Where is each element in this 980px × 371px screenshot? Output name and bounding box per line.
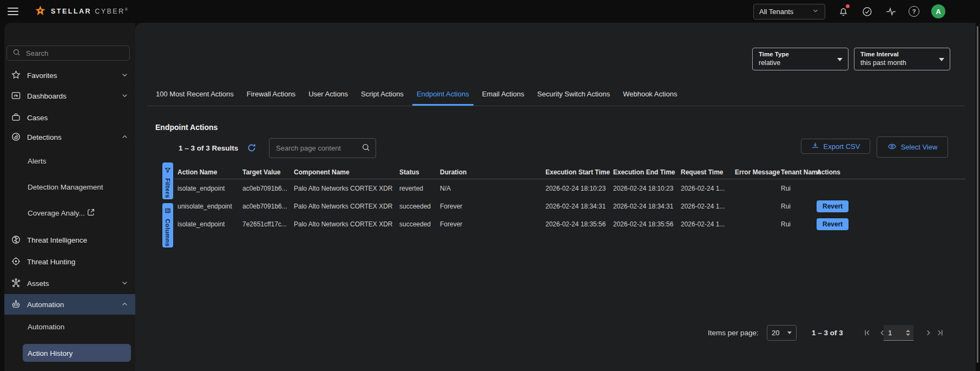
- robot-icon: [11, 299, 22, 310]
- funnel-icon: [165, 166, 171, 175]
- hamburger-menu-icon[interactable]: [8, 8, 18, 15]
- tab-security-switch-actions[interactable]: Security Switch Actions: [533, 84, 614, 106]
- star-icon: [11, 70, 22, 81]
- topbar: STELLAR CYBER® All Tenants ? A: [0, 0, 980, 23]
- page-number-field[interactable]: [884, 328, 902, 337]
- brand-name: STELLAR CYBER®: [51, 8, 129, 15]
- notifications-bell-icon[interactable]: [837, 5, 849, 17]
- tab-user-actions[interactable]: User Actions: [304, 84, 352, 106]
- export-csv-button[interactable]: Export CSV: [801, 139, 870, 154]
- table-row[interactable]: isolate_endpoint 7e2651cff17c... Palo Al…: [174, 215, 965, 233]
- revert-button[interactable]: Revert: [817, 200, 849, 212]
- col-component-name[interactable]: Component Name: [291, 168, 396, 176]
- page-spinner-icon[interactable]: [906, 330, 910, 336]
- col-actions[interactable]: Actions: [813, 168, 965, 176]
- col-request-time[interactable]: Request Time: [678, 168, 732, 176]
- sidebar: Favorites Dashboards Cases Detections Al…: [4, 23, 135, 371]
- sidebar-item-threat-intelligence[interactable]: Threat Intelligence: [4, 230, 135, 250]
- columns-icon: [165, 206, 171, 216]
- items-per-page-label: Items per page:: [708, 325, 759, 341]
- pagination-range: 1 – 3 of 3: [812, 325, 843, 341]
- action-history-page: STELLAR CYBER® All Tenants ? A: [0, 0, 980, 371]
- first-page-icon[interactable]: [863, 328, 872, 337]
- page-number-input[interactable]: [884, 325, 913, 341]
- time-type-select[interactable]: Time Type relative: [752, 48, 849, 70]
- sidebar-item-favorites[interactable]: Favorites: [4, 65, 135, 86]
- tasks-check-icon[interactable]: [861, 5, 873, 17]
- last-page-icon[interactable]: [935, 328, 944, 337]
- vertical-scrollbar[interactable]: [977, 26, 978, 363]
- sidebar-item-detection-management[interactable]: Detection Management: [4, 177, 135, 197]
- tenant-selector[interactable]: All Tenants: [753, 4, 825, 19]
- sidebar-item-dashboards[interactable]: Dashboards: [4, 86, 135, 106]
- sidebar-item-automation-sub[interactable]: Automation: [4, 316, 135, 337]
- radar-icon: [11, 132, 22, 142]
- notification-dot: [846, 4, 850, 8]
- tab-100-most-recent-actions[interactable]: 100 Most Recent Actions: [152, 84, 238, 106]
- caret-down-icon: [939, 58, 944, 61]
- col-status[interactable]: Status: [396, 168, 437, 176]
- sidebar-item-action-history[interactable]: Action History: [23, 344, 131, 362]
- actions-tab-bar: 100 Most Recent Actions Firewall Actions…: [147, 84, 965, 106]
- sidebar-search-input[interactable]: [25, 49, 124, 58]
- sidebar-item-cases[interactable]: Cases: [4, 107, 135, 128]
- select-view-button[interactable]: Select View: [877, 136, 948, 158]
- sidebar-item-assets[interactable]: Assets: [4, 273, 135, 294]
- page-content-search[interactable]: [269, 138, 376, 158]
- chevron-down-icon: [121, 71, 129, 81]
- time-interval-select[interactable]: Time Interval this past month: [854, 48, 950, 70]
- col-tenant-name[interactable]: Tenant Name: [778, 168, 813, 176]
- chevron-up-icon: [121, 133, 129, 143]
- chevron-up-icon: [121, 300, 129, 310]
- tab-email-actions[interactable]: Email Actions: [478, 84, 529, 106]
- main-panel: Time Type relative Time Interval this pa…: [135, 23, 976, 371]
- items-per-page-select[interactable]: 20: [767, 325, 797, 341]
- brain-icon: [11, 235, 22, 245]
- sidebar-item-alerts[interactable]: Alerts: [4, 151, 135, 171]
- search-icon[interactable]: [361, 143, 370, 154]
- crosshair-icon: [11, 256, 22, 267]
- topbar-actions: All Tenants ? A: [753, 4, 945, 19]
- col-duration[interactable]: Duration: [437, 168, 542, 176]
- system-activity-icon[interactable]: [885, 5, 897, 17]
- tenant-selector-value: All Tenants: [759, 8, 793, 16]
- actions-cell: Revert: [813, 200, 965, 212]
- refresh-icon[interactable]: [247, 143, 256, 153]
- chevron-down-icon: [121, 279, 129, 289]
- columns-panel-button[interactable]: Columns: [162, 203, 173, 248]
- sidebar-item-coverage-analysis[interactable]: Coverage Analy...: [4, 203, 135, 223]
- tab-firewall-actions[interactable]: Firewall Actions: [242, 84, 300, 106]
- sidebar-item-threat-hunting[interactable]: Threat Hunting: [4, 251, 135, 272]
- user-avatar[interactable]: A: [931, 4, 945, 18]
- col-error-message[interactable]: Error Message: [732, 168, 778, 176]
- page-title: Endpoint Actions: [155, 123, 218, 132]
- chevron-down-icon: [121, 92, 129, 102]
- caret-down-icon: [837, 58, 843, 61]
- sidebar-search[interactable]: [6, 45, 130, 61]
- tab-script-actions[interactable]: Script Actions: [357, 84, 408, 106]
- help-icon[interactable]: ?: [909, 6, 919, 17]
- tab-endpoint-actions[interactable]: Endpoint Actions: [412, 84, 473, 106]
- stellar-star-icon: [35, 5, 46, 18]
- network-icon: [11, 278, 22, 289]
- endpoint-actions-table: Action Name Target Value Component Name …: [174, 165, 965, 233]
- results-summary: 1 – 3 of 3 Results: [179, 138, 238, 158]
- tab-webhook-actions[interactable]: Webhook Actions: [619, 84, 681, 106]
- filters-panel-button[interactable]: Filters: [162, 162, 173, 199]
- next-page-icon[interactable]: [924, 328, 933, 337]
- caret-down-icon: [787, 331, 792, 334]
- col-execution-start-time[interactable]: Execution Start Time: [542, 168, 610, 176]
- external-link-icon: [87, 208, 95, 219]
- dashboard-icon: [11, 90, 22, 101]
- sidebar-item-automation[interactable]: Automation: [4, 294, 135, 315]
- revert-button[interactable]: Revert: [817, 218, 849, 230]
- col-execution-end-time[interactable]: Execution End Time: [610, 168, 678, 176]
- table-header-row: Action Name Target Value Component Name …: [174, 165, 965, 179]
- sidebar-item-detections[interactable]: Detections: [4, 127, 135, 147]
- table-row[interactable]: isolate_endpoint ac0eb7091b6... Palo Alt…: [174, 179, 965, 197]
- col-target-value[interactable]: Target Value: [239, 168, 291, 176]
- page-content-search-input[interactable]: [275, 144, 357, 153]
- table-row[interactable]: unisolate_endpoint ac0eb7091b6... Palo A…: [174, 197, 965, 215]
- col-action-name[interactable]: Action Name: [174, 168, 239, 176]
- chevron-down-icon: [812, 7, 819, 16]
